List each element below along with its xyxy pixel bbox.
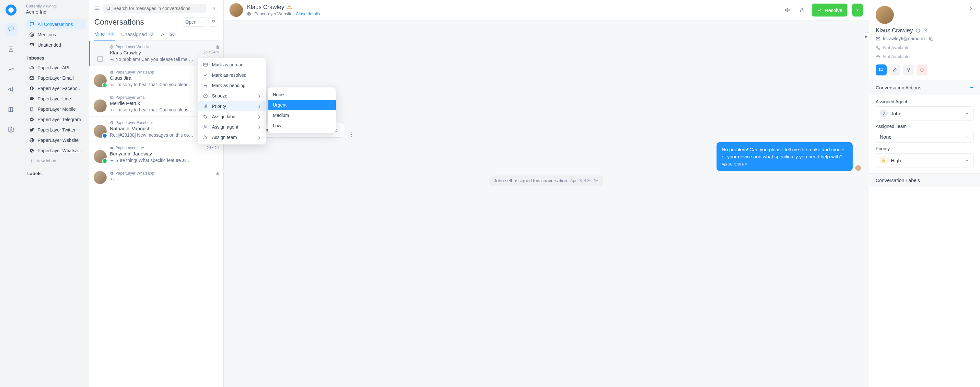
tab-mine[interactable]: Mine10: [94, 31, 115, 40]
warning-icon: [287, 4, 292, 10]
select-checkbox[interactable]: [97, 56, 103, 62]
search-input[interactable]: [103, 4, 207, 13]
globe-icon: [29, 138, 34, 143]
toggle-sidebar-button[interactable]: [94, 5, 100, 12]
priority-option[interactable]: Medium: [268, 110, 336, 121]
copy-icon[interactable]: [929, 36, 934, 41]
line-icon: [29, 96, 34, 102]
context-menu-item[interactable]: Mark as resolved: [198, 70, 266, 80]
filter-button[interactable]: [209, 17, 218, 27]
context-menu-item[interactable]: Assign label❯: [198, 111, 266, 122]
inbox-item[interactable]: PaperLayer Telegram: [26, 114, 86, 125]
app-logo[interactable]: [5, 5, 16, 16]
unattended-icon: [29, 43, 34, 48]
priority-option[interactable]: Urgent: [268, 100, 336, 110]
goto-last-button[interactable]: [209, 4, 218, 13]
contact-email[interactable]: kcrawley6@narod.ru: [883, 36, 925, 41]
globe-icon: [110, 45, 114, 49]
details-expand-chevron[interactable]: [968, 6, 974, 12]
conversation-contact-name: Benyamin Janeway: [110, 151, 203, 156]
contact-avatar[interactable]: [229, 3, 243, 17]
mute-button[interactable]: [782, 5, 793, 16]
assigned-team-dropdown[interactable]: None: [876, 131, 974, 143]
context-menu-item[interactable]: Snooze❯: [198, 91, 266, 101]
priority-option[interactable]: None: [268, 89, 336, 100]
resolve-dropdown[interactable]: [852, 3, 863, 16]
chevron-down-icon: [965, 111, 969, 116]
channel-badge-icon: [102, 133, 107, 138]
nav-item-all-conversations[interactable]: All Conversations: [26, 19, 86, 30]
twitter-icon: [29, 127, 34, 132]
check-icon: [203, 73, 208, 78]
tab-count: 10: [107, 32, 115, 36]
message-bubble[interactable]: No problem! Can you please tell me the m…: [716, 142, 853, 171]
context-menu-item[interactable]: Priority❯NoneUrgentMediumLow: [198, 101, 266, 111]
conversation-labels-header[interactable]: Conversation Labels: [869, 173, 980, 187]
inboxes-heading: Inboxes: [27, 56, 86, 60]
tab-unassigned[interactable]: Unassigned8: [121, 31, 154, 40]
rail-settings-icon[interactable]: [5, 123, 18, 136]
back-icon: [203, 83, 208, 88]
chevron-right-icon: ❯: [258, 135, 261, 140]
search-field[interactable]: [113, 6, 203, 11]
external-link-icon[interactable]: [923, 28, 928, 33]
inbox-item[interactable]: PaperLayer Twitter: [26, 125, 86, 135]
conversation-actions-header[interactable]: Conversation Actions −: [869, 80, 980, 95]
edit-contact-button[interactable]: [889, 65, 900, 75]
context-menu-item[interactable]: Mark as pending: [198, 80, 266, 91]
inbox-item[interactable]: PaperLayer Facebo…: [26, 83, 86, 94]
line-icon: [110, 146, 114, 150]
info-icon[interactable]: [915, 28, 920, 33]
conversation-time: 2d • 24m: [203, 50, 219, 54]
inbox-item[interactable]: PaperLayer Website: [26, 135, 86, 145]
conversation-item[interactable]: PaperLayer Whatsapp ılı: [89, 167, 223, 188]
inbox-item[interactable]: PaperLayer Whatsa…: [26, 145, 86, 156]
conversation-preview: [110, 177, 213, 181]
whatsapp-icon: [110, 171, 114, 175]
priority-dropdown[interactable]: ılı High: [876, 153, 974, 167]
inbox-item[interactable]: PaperLayer Email: [26, 73, 86, 83]
nav-item-unattended[interactable]: Unattended: [26, 40, 86, 50]
resolve-button[interactable]: Resolve: [812, 3, 848, 16]
conversation-item[interactable]: PaperLayer Line Benyamin Janeway Sure th…: [89, 142, 223, 167]
contact-avatar-large[interactable]: [876, 6, 894, 24]
message-menu-button[interactable]: ⋮: [704, 164, 714, 171]
channel-name: PaperLayer Website: [255, 11, 293, 16]
priority-option[interactable]: Low: [268, 121, 336, 131]
inbox-item[interactable]: PaperLayer Line: [26, 94, 86, 104]
assigned-team-label: Assigned Team: [876, 124, 974, 129]
conversations-title: Conversations: [94, 17, 144, 27]
context-menu-item[interactable]: Assign team❯: [198, 132, 266, 143]
plus-icon: [29, 159, 34, 163]
tab-count: 8: [149, 32, 154, 36]
viewing-account-name[interactable]: Acme Inc: [26, 9, 86, 14]
nav-item-mentions[interactable]: Mentions: [26, 30, 86, 40]
close-details-link[interactable]: Close details: [296, 11, 320, 16]
message-menu-button[interactable]: ⋮: [347, 130, 356, 138]
new-conversation-button[interactable]: [876, 65, 887, 75]
system-note: John self-assigned this conversation Apr…: [489, 176, 603, 186]
assigned-agent-dropdown[interactable]: J John: [876, 106, 974, 121]
labels-heading: Labels: [27, 171, 86, 176]
collapse-details-handle[interactable]: ▶: [864, 32, 869, 40]
priority-icon: [203, 104, 208, 109]
send-transcript-button[interactable]: [797, 5, 808, 16]
contact-name[interactable]: Klaus Crawley: [247, 4, 284, 11]
context-menu-item[interactable]: Assign agent❯: [198, 122, 266, 132]
inbox-item[interactable]: PaperLayer API: [26, 62, 86, 73]
inbox-item[interactable]: PaperLayer Mobile: [26, 104, 86, 114]
rail-help-icon[interactable]: [5, 103, 18, 116]
nav-rail: [0, 0, 22, 387]
rail-conversations-icon[interactable]: [5, 23, 18, 36]
chevron-right-icon: ❯: [258, 125, 261, 129]
tab-all[interactable]: All20: [161, 31, 176, 40]
assigned-agent-label: Assigned Agent: [876, 99, 974, 104]
rail-contacts-icon[interactable]: [5, 43, 18, 56]
delete-contact-button[interactable]: [916, 65, 928, 75]
status-filter-dropdown[interactable]: Open: [182, 17, 207, 27]
rail-reports-icon[interactable]: [5, 63, 18, 76]
rail-campaigns-icon[interactable]: [5, 83, 18, 96]
new-inbox-button[interactable]: New inbox: [26, 156, 86, 166]
context-menu-item[interactable]: Mark as unread: [198, 60, 266, 70]
merge-contact-button[interactable]: [903, 65, 914, 75]
